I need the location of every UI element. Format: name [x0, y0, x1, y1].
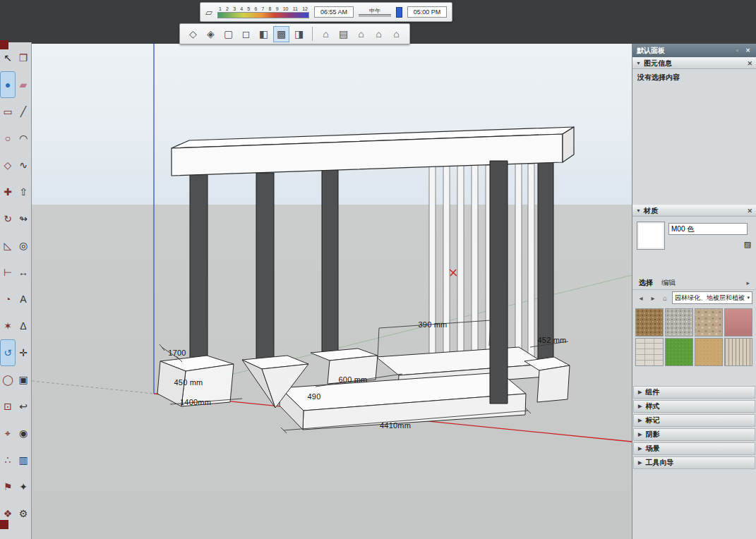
month-label: 7 [261, 6, 264, 12]
material-preview[interactable] [637, 222, 665, 250]
panel-section-shadows[interactable]: ▶阴影 [633, 428, 755, 441]
push-pull-tool[interactable]: ⇧ [16, 178, 31, 205]
panel-section-tags[interactable]: ▶标记 [633, 414, 755, 427]
material-swatch-sand-tan[interactable] [695, 338, 723, 366]
time-slider-thumb[interactable] [396, 7, 402, 18]
panel-close-icon[interactable]: ✕ [744, 47, 752, 54]
wireframe-mode-icon[interactable]: ▢ [220, 26, 236, 42]
monochrome-mode-icon[interactable]: ◨ [291, 26, 307, 42]
materials-tab-edit[interactable]: 编辑 [661, 278, 676, 288]
polygon-tool[interactable]: ◇ [0, 152, 16, 178]
x-ray-mode-icon[interactable]: ◇ [185, 26, 201, 42]
create-material-icon[interactable]: ▨ [743, 239, 752, 249]
settings-tool[interactable]: ⚙ [16, 500, 31, 527]
pan-tool[interactable]: ✛ [16, 339, 31, 366]
move-tool[interactable]: ✚ [0, 178, 16, 205]
materials-tab-select[interactable]: 选择 [639, 278, 653, 288]
date-slider[interactable]: 123456789101112 [217, 6, 309, 18]
top-slab[interactable] [172, 127, 574, 176]
rectangle-tool[interactable]: ▭ [0, 98, 16, 125]
back-icon[interactable]: ◂ [636, 293, 646, 303]
time-slider[interactable]: 中午 [359, 8, 391, 17]
material-name-input[interactable] [668, 223, 748, 235]
zoom-window-tool[interactable]: ▣ [16, 366, 31, 393]
entity-info-close-icon[interactable]: ✕ [747, 60, 752, 67]
expand-icon: ▶ [638, 432, 642, 437]
material-swatch-tile-rose[interactable] [724, 308, 752, 337]
back-view-icon[interactable]: ⌂ [388, 26, 404, 42]
panel-section-scenes[interactable]: ▶场景 [633, 442, 755, 455]
time-slider-track[interactable] [359, 14, 391, 17]
panel-section-styles[interactable]: ▶样式 [633, 400, 755, 413]
right-footing[interactable] [524, 357, 570, 402]
slat-screen[interactable] [429, 164, 534, 358]
shaded-mode-icon[interactable]: ◧ [256, 26, 272, 42]
right-view-icon[interactable]: ⌂ [371, 26, 387, 42]
orbit-tool[interactable]: ↺ [0, 339, 16, 366]
offset-tool[interactable]: ◎ [16, 232, 31, 259]
previous-view-tool[interactable]: ↩ [16, 393, 31, 420]
material-swatch-gravel-gray[interactable] [665, 308, 693, 337]
month-label: 11 [293, 6, 298, 12]
forward-icon[interactable]: ▸ [648, 293, 658, 303]
hidden-line-mode-icon[interactable]: ◻ [238, 26, 254, 42]
freehand-tool[interactable]: ∿ [16, 152, 31, 178]
date-gradient-bar[interactable] [217, 12, 309, 18]
3d-text-tool[interactable]: Δ [16, 313, 31, 339]
pergola-model[interactable] [32, 42, 632, 539]
position-camera-tool[interactable]: ⌖ [0, 420, 16, 447]
axes-tool[interactable]: ✶ [0, 313, 16, 339]
section-plane-tool[interactable]: ▥ [16, 447, 31, 473]
model-info-tool[interactable]: ✦ [16, 473, 31, 500]
eraser-tool[interactable]: ▰ [16, 71, 31, 98]
modeling-viewport[interactable]: 1700450 mm1400mm600 mm4904410mm390 mm452… [32, 42, 632, 539]
zoom-extents-tool[interactable]: ⊡ [0, 393, 16, 420]
materials-header[interactable]: ▼ 材质 ✕ [632, 205, 756, 217]
rotate-tool[interactable]: ↻ [0, 205, 16, 232]
time-start-field[interactable]: 06:55 AM [314, 6, 354, 18]
materials-tabs: 选择编辑▸ [632, 277, 756, 290]
protractor-tool[interactable]: ◔ [0, 286, 16, 313]
panel-section-components[interactable]: ▶组件 [633, 386, 755, 399]
panel-section-instructor[interactable]: ▶工具向导 [633, 456, 755, 469]
material-category-dropdown[interactable]: 园林绿化、地被层和植被 ▾ [672, 291, 752, 304]
material-swatch-grass-green[interactable] [665, 338, 693, 366]
details-arrow-icon[interactable]: ▸ [746, 279, 750, 286]
make-component-tool[interactable]: ❐ [16, 44, 31, 71]
front-view-icon[interactable]: ⌂ [353, 26, 369, 42]
scale-tool[interactable]: ◺ [0, 232, 16, 259]
materials-close-icon[interactable]: ✕ [747, 207, 752, 214]
dimension-tool[interactable]: ↔ [16, 259, 31, 286]
paint-bucket-tool[interactable]: ● [0, 71, 16, 98]
tape-measure-tool[interactable]: ⊢ [0, 259, 16, 286]
walk-tool[interactable]: ∴ [0, 447, 16, 473]
shadow-toggle-icon[interactable]: ▱ [205, 7, 212, 18]
top-view-icon[interactable]: ▤ [335, 26, 352, 42]
circle-tool[interactable]: ○ [0, 125, 16, 152]
textured-mode-icon[interactable]: ▩ [273, 26, 289, 42]
zoom-tool[interactable]: ◯ [0, 366, 16, 393]
text-tool[interactable]: A [16, 286, 31, 313]
panel-titlebar[interactable]: 默认面板 ▫ ✕ [632, 44, 756, 57]
month-label: 4 [240, 6, 243, 12]
follow-me-tool[interactable]: ↬ [16, 205, 31, 232]
material-category-value: 园林绿化、地被层和植被 [675, 293, 745, 303]
line-tool[interactable]: ╱ [16, 98, 31, 125]
material-swatch-pebbles-tan[interactable] [695, 308, 723, 337]
material-swatch-fence-slats[interactable] [724, 338, 752, 366]
materials-body: ▨ [632, 217, 756, 277]
material-swatch-gravel-brown[interactable] [635, 308, 664, 337]
expand-icon: ▶ [638, 460, 642, 466]
panel-section-label: 标记 [645, 416, 659, 425]
pergola-geometry[interactable] [157, 127, 574, 430]
in-model-house-icon[interactable]: ⌂ [660, 293, 670, 303]
time-end-field[interactable]: 05:00 PM [407, 6, 447, 18]
material-swatch-brick-light[interactable] [635, 338, 664, 366]
iso-view-icon[interactable]: ⌂ [318, 26, 334, 42]
arc-tool[interactable]: ◠ [16, 125, 31, 152]
entity-info-header[interactable]: ▼ 图元信息 ✕ [632, 57, 756, 69]
look-around-tool[interactable]: ◉ [16, 420, 31, 447]
add-location-tool[interactable]: ⚑ [0, 473, 16, 500]
back-edges-mode-icon[interactable]: ◈ [203, 26, 219, 42]
panel-pin-icon[interactable]: ▫ [733, 47, 741, 54]
